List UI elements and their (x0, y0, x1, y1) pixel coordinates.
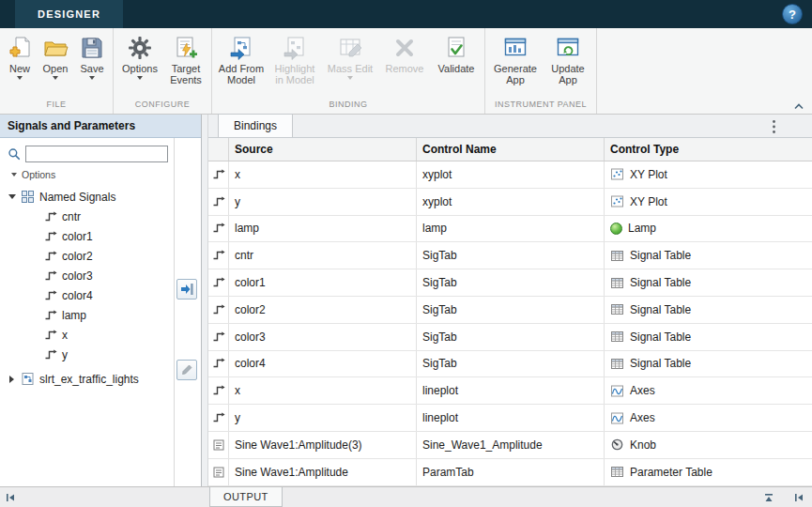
update-app-icon (555, 35, 581, 61)
new-button[interactable]: New (3, 28, 37, 98)
tree-item-signal[interactable]: cntr (0, 207, 174, 226)
row-source: cntr (229, 242, 417, 269)
search-options-dropdown[interactable]: Options (0, 166, 174, 187)
tree-item-signal[interactable]: y (0, 345, 174, 364)
signal-icon (212, 276, 225, 289)
add-binding-button[interactable] (176, 279, 197, 300)
signal-icon (44, 250, 57, 263)
ribbon-section-instrument-panel: Generate App Update App INSTRUMENT PANEL (485, 28, 597, 114)
signal-table-icon (610, 302, 624, 316)
table-header: Source Control Name Control Type (208, 138, 812, 161)
signal-table-icon (610, 357, 624, 371)
signal-icon (212, 303, 225, 316)
tree-item-signal[interactable]: color4 (0, 285, 174, 305)
add-from-model-icon (228, 35, 254, 61)
edit-binding-button[interactable] (176, 360, 197, 380)
collapse-up-icon[interactable] (763, 492, 774, 503)
expander-closed-icon[interactable] (9, 376, 14, 383)
simulink-model-icon (21, 372, 35, 386)
row-control-name: lamp (417, 216, 605, 242)
column-header-source[interactable]: Source (229, 138, 417, 161)
row-source: y (229, 189, 417, 215)
kebab-menu-icon[interactable] (772, 119, 776, 134)
table-row[interactable]: x xyplot XY Plot (208, 161, 812, 189)
row-control-type: Signal Table (630, 330, 691, 344)
search-input[interactable] (25, 146, 168, 162)
table-row[interactable]: y lineplot Axes (208, 405, 812, 432)
signal-icon (44, 329, 57, 342)
target-events-button[interactable]: Target Events (163, 28, 208, 98)
bindings-tab-bar: Bindings (208, 115, 812, 138)
table-row[interactable]: Sine Wave1:Amplitude ParamTab Parameter … (208, 459, 812, 486)
table-row[interactable]: color4 SigTab Signal Table (208, 351, 812, 378)
tree-item-model[interactable]: slrt_ex_traffic_lights (0, 369, 174, 389)
collapse-left-icon[interactable] (5, 492, 16, 503)
panel-title: Signals and Parameters (0, 115, 201, 138)
open-folder-icon (42, 35, 69, 61)
options-button[interactable]: Options (116, 28, 163, 98)
save-button[interactable]: Save (74, 28, 110, 98)
signal-table-icon (610, 276, 624, 290)
open-button[interactable]: Open (37, 28, 74, 98)
highlight-in-model-button[interactable]: Highlight in Model (268, 28, 322, 98)
remove-icon (391, 35, 418, 61)
tree-item-signal[interactable]: x (0, 325, 174, 345)
update-app-button[interactable]: Update App (543, 28, 593, 98)
table-row[interactable]: color3 SigTab Signal Table (208, 324, 812, 351)
row-source: color2 (229, 297, 417, 323)
table-row[interactable]: y xyplot XY Plot (208, 189, 812, 216)
knob-icon (610, 438, 624, 452)
row-control-type: XY Plot (630, 168, 667, 181)
tree-item-label: slrt_ex_traffic_lights (39, 373, 139, 386)
ribbon-section-label: CONFIGURE (116, 98, 208, 114)
ribbon-section-label: FILE (3, 98, 110, 114)
remove-button[interactable]: Remove (378, 28, 431, 98)
table-row[interactable]: Sine Wave1:Amplitude(3) Sine_Wave1_Ampli… (208, 432, 812, 459)
generate-app-button[interactable]: Generate App (488, 28, 543, 98)
signal-icon (44, 230, 57, 243)
table-row[interactable]: x lineplot Axes (208, 377, 812, 405)
row-control-name: lineplot (417, 405, 605, 431)
lamp-icon (610, 223, 622, 235)
panel-splitter[interactable] (202, 115, 208, 486)
tab-designer[interactable]: DESIGNER (15, 0, 123, 28)
xy-plot-icon (610, 194, 624, 208)
expander-open-icon[interactable] (8, 194, 16, 199)
row-control-name: SigTab (417, 242, 605, 269)
chevron-down-icon (137, 76, 143, 80)
signal-icon (212, 222, 225, 235)
table-row[interactable]: cntr SigTab Signal Table (208, 242, 812, 269)
row-control-name: xyplot (417, 189, 605, 215)
validate-button[interactable]: Validate (431, 28, 482, 98)
tree-item-named-signals[interactable]: Named Signals (0, 187, 174, 207)
help-button[interactable]: ? (782, 4, 803, 24)
table-row[interactable]: color1 SigTab Signal Table (208, 269, 812, 297)
tree-item-label: cntr (62, 210, 81, 223)
tab-output[interactable]: OUTPUT (209, 487, 283, 507)
add-from-model-button[interactable]: Add From Model (215, 28, 268, 98)
tree-item-signal[interactable]: color3 (0, 266, 174, 285)
bindings-panel: Bindings Source Control Name Control Typ… (202, 115, 812, 486)
table-row[interactable]: lamp lamp Lamp (208, 216, 812, 243)
signal-table-icon (610, 249, 624, 263)
signal-icon (44, 210, 57, 223)
collapse-right-icon[interactable] (793, 492, 804, 503)
save-icon (79, 35, 105, 61)
tree-item-signal[interactable]: color1 (0, 226, 174, 246)
ribbon-collapse-icon[interactable] (793, 102, 804, 110)
main-area: Signals and Parameters Options (0, 115, 812, 486)
table-row[interactable]: color2 SigTab Signal Table (208, 297, 812, 324)
column-header-control-name[interactable]: Control Name (417, 138, 605, 161)
chevron-down-icon (11, 173, 17, 177)
column-header-control-type[interactable]: Control Type (605, 138, 812, 161)
tree-item-signal[interactable]: color2 (0, 246, 174, 266)
edit-pencil-icon (179, 362, 194, 377)
row-source: Sine Wave1:Amplitude(3) (229, 432, 417, 458)
app-window: DESIGNER ? New Open Save (0, 0, 812, 507)
tab-bindings[interactable]: Bindings (218, 114, 293, 137)
mass-edit-button[interactable]: Mass Edit (322, 28, 378, 98)
ribbon-section-label: BINDING (215, 98, 482, 114)
signal-icon (44, 289, 57, 302)
tree-item-signal[interactable]: lamp (0, 305, 174, 325)
row-source: y (229, 405, 417, 431)
